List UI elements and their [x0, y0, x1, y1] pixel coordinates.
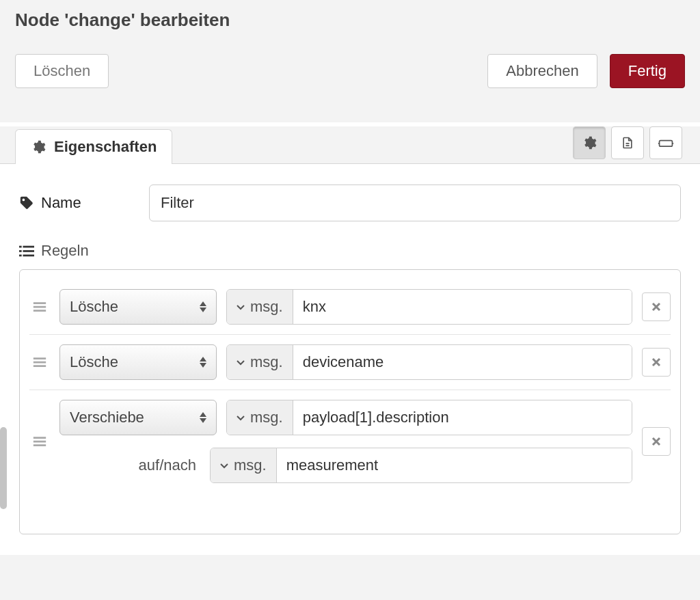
drag-handle-icon[interactable] [29, 435, 50, 448]
rule-property-value[interactable] [293, 400, 632, 435]
name-row: Name [19, 185, 681, 221]
svg-rect-1 [19, 246, 22, 248]
rules-label: Regeln [41, 242, 89, 260]
done-button[interactable]: Fertig [610, 54, 685, 88]
cancel-button[interactable]: Abbrechen [487, 54, 597, 88]
scrollbar-indicator [0, 427, 7, 509]
gear-icon [31, 139, 46, 154]
rule-row: Verschiebe msg. [29, 390, 671, 493]
remove-rule-button[interactable] [642, 427, 671, 456]
svg-rect-2 [23, 246, 35, 248]
rule-to-input[interactable]: msg. [210, 448, 632, 483]
node-appearance-button[interactable] [649, 126, 682, 159]
select-caret-icon [200, 357, 206, 368]
remove-rule-button[interactable] [642, 348, 671, 377]
rule-property-input[interactable]: msg. [226, 344, 632, 380]
name-label: Name [41, 194, 81, 212]
rule-action-label: Verschiebe [70, 409, 144, 426]
rule-to-label: auf/nach [59, 456, 200, 474]
tab-properties-label: Eigenschaften [54, 138, 157, 156]
drag-handle-icon[interactable] [29, 301, 50, 313]
name-input[interactable] [149, 185, 681, 221]
rule-to-value[interactable] [277, 448, 632, 482]
rule-action-select[interactable]: Lösche [59, 344, 217, 380]
rule-property-input[interactable]: msg. [226, 400, 632, 435]
rule-action-select[interactable]: Lösche [59, 289, 217, 325]
select-caret-icon [200, 412, 206, 423]
rule-row: Lösche msg. [29, 279, 671, 335]
rule-type-label: msg. [250, 298, 283, 316]
rule-action-label: Lösche [70, 353, 118, 371]
svg-rect-5 [19, 255, 22, 257]
node-settings-button[interactable] [573, 126, 606, 159]
rule-type-label: msg. [234, 456, 267, 474]
rule-property-value[interactable] [293, 290, 632, 324]
editor-body: Name Regeln Lösche msg [0, 164, 700, 555]
node-description-button[interactable] [611, 126, 644, 159]
tag-icon [19, 195, 34, 210]
svg-rect-6 [23, 255, 35, 257]
rule-action-label: Lösche [70, 298, 118, 316]
delete-button[interactable]: Löschen [15, 54, 109, 88]
remove-rule-button[interactable] [642, 292, 671, 321]
button-row: Löschen Abbrechen Fertig [15, 54, 685, 88]
rule-row: Lösche msg. [29, 335, 671, 390]
rule-type-label: msg. [250, 353, 283, 371]
rule-property-input[interactable]: msg. [226, 289, 632, 325]
rules-heading: Regeln [19, 242, 681, 260]
list-icon [19, 244, 34, 258]
drag-handle-icon[interactable] [29, 356, 50, 368]
svg-rect-0 [660, 141, 673, 147]
svg-rect-3 [19, 250, 22, 252]
tab-properties[interactable]: Eigenschaften [15, 129, 172, 164]
select-caret-icon [200, 301, 206, 312]
rule-action-select[interactable]: Verschiebe [59, 400, 217, 435]
svg-rect-4 [23, 250, 35, 252]
rule-type-label: msg. [250, 409, 283, 426]
editor-header: Node 'change' bearbeiten Löschen Abbrech… [0, 0, 700, 126]
rule-property-value[interactable] [293, 345, 632, 379]
editor-title: Node 'change' bearbeiten [15, 10, 685, 31]
rules-list: Lösche msg. Lö [19, 269, 681, 534]
tab-row: Eigenschaften [0, 126, 700, 164]
